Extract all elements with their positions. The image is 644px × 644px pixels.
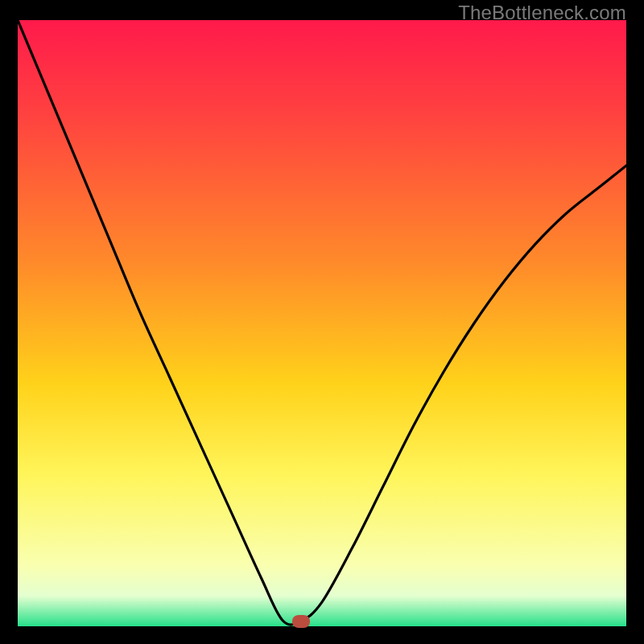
- plot-area: [18, 20, 626, 626]
- bottleneck-curve: [18, 20, 626, 626]
- chart-frame: TheBottleneck.com: [0, 0, 644, 644]
- optimal-point-marker: [292, 615, 310, 628]
- watermark-text: TheBottleneck.com: [458, 2, 626, 24]
